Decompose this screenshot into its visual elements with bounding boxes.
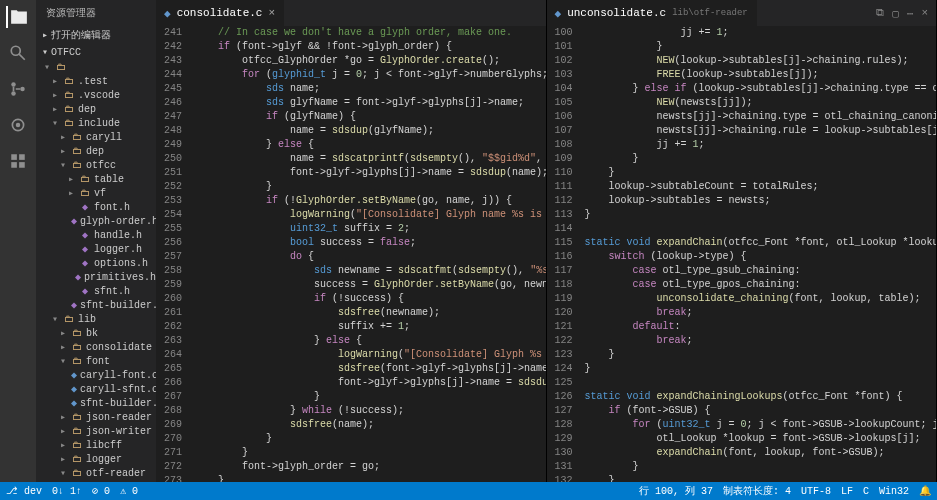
- folder-item[interactable]: ▸🗀.test: [36, 74, 156, 88]
- tabs-right: ◆ unconsolidate.c lib\otf-reader ⧉ ▢ ⋯ ×: [547, 0, 937, 26]
- svg-point-0: [11, 46, 20, 55]
- editor-pane-left: ◆ consolidate.c × 241 // In case we don'…: [156, 0, 547, 482]
- extensions-icon[interactable]: [7, 150, 29, 172]
- status-errors[interactable]: ⊘ 0: [92, 485, 110, 497]
- svg-rect-7: [11, 154, 17, 160]
- file-item[interactable]: ◆caryll-sfnt.c: [36, 382, 156, 396]
- status-warnings[interactable]: ⚠ 0: [120, 485, 138, 497]
- tabs-left: ◆ consolidate.c ×: [156, 0, 546, 26]
- folder-item[interactable]: ▾🗀otfcc: [36, 158, 156, 172]
- status-os[interactable]: Win32: [879, 486, 909, 497]
- sidebar: 资源管理器 ▸打开的编辑器 ▾OTFCC ▾🗀▸🗀.test▸🗀.vscode▸…: [36, 0, 156, 482]
- folder-item[interactable]: ▸🗀dep: [36, 144, 156, 158]
- folder-item[interactable]: ▾🗀font: [36, 354, 156, 368]
- code-editor-left[interactable]: 241 // In case we don't have a glyph ord…: [156, 26, 546, 482]
- editor-pane-right: ◆ unconsolidate.c lib\otf-reader ⧉ ▢ ⋯ ×…: [547, 0, 938, 482]
- folder-item[interactable]: ▸🗀vf: [36, 186, 156, 200]
- file-item[interactable]: ◆caryll-font.c: [36, 368, 156, 382]
- folder-item[interactable]: ▾🗀: [36, 60, 156, 74]
- status-bar: ⎇ dev 0↓ 1↑ ⊘ 0 ⚠ 0 行 100, 列 37 制表符长度: 4…: [0, 482, 937, 500]
- file-item[interactable]: ◆glyph-order.h: [36, 214, 156, 228]
- svg-point-6: [16, 123, 21, 128]
- status-lang[interactable]: C: [863, 486, 869, 497]
- status-bell[interactable]: 🔔: [919, 485, 931, 497]
- folder-item[interactable]: ▾🗀include: [36, 116, 156, 130]
- status-tab[interactable]: 制表符长度: 4: [723, 484, 791, 498]
- folder-item[interactable]: ▸🗀caryll: [36, 130, 156, 144]
- folder-item[interactable]: ▸🗀bk: [36, 326, 156, 340]
- file-item[interactable]: ◆font.h: [36, 200, 156, 214]
- folder-item[interactable]: ▸🗀logger: [36, 452, 156, 466]
- tab-unconsolidate[interactable]: ◆ unconsolidate.c lib\otf-reader: [547, 0, 757, 26]
- workspace-header[interactable]: ▾OTFCC: [36, 44, 156, 60]
- file-item[interactable]: ◆sfnt-builder.c: [36, 396, 156, 410]
- svg-rect-9: [11, 162, 17, 168]
- svg-point-3: [11, 91, 16, 96]
- search-icon[interactable]: [7, 42, 29, 64]
- sidebar-title: 资源管理器: [36, 0, 156, 26]
- folder-item[interactable]: ▸🗀.vscode: [36, 88, 156, 102]
- file-item[interactable]: ◆logger.h: [36, 242, 156, 256]
- source-control-icon[interactable]: [7, 78, 29, 100]
- svg-line-1: [19, 54, 25, 60]
- editor-group: ◆ consolidate.c × 241 // In case we don'…: [156, 0, 937, 482]
- close-icon[interactable]: ×: [268, 7, 275, 19]
- folder-item[interactable]: ▸🗀table: [36, 172, 156, 186]
- file-icon: ◆: [164, 7, 171, 20]
- status-sync[interactable]: 0↓ 1↑: [52, 486, 82, 497]
- file-tree[interactable]: ▾🗀▸🗀.test▸🗀.vscode▸🗀dep▾🗀include▸🗀caryll…: [36, 60, 156, 482]
- status-eol[interactable]: LF: [841, 486, 853, 497]
- folder-item[interactable]: ▾🗀otf-reader: [36, 466, 156, 480]
- maximize-icon[interactable]: ▢: [892, 7, 899, 20]
- debug-icon[interactable]: [7, 114, 29, 136]
- svg-point-4: [20, 87, 25, 92]
- file-item[interactable]: ◆options.h: [36, 256, 156, 270]
- svg-point-2: [11, 82, 16, 87]
- activity-bar: [0, 0, 36, 482]
- folder-item[interactable]: ▸🗀libcff: [36, 438, 156, 452]
- folder-item[interactable]: ▸🗀json-writer: [36, 424, 156, 438]
- file-item[interactable]: ◆primitives.h: [36, 270, 156, 284]
- explorer-icon[interactable]: [6, 6, 28, 28]
- status-branch[interactable]: ⎇ dev: [6, 485, 42, 497]
- tab-consolidate[interactable]: ◆ consolidate.c ×: [156, 0, 284, 26]
- svg-rect-10: [19, 162, 25, 168]
- folder-item[interactable]: ▸🗀consolidate: [36, 340, 156, 354]
- file-item[interactable]: ◆handle.h: [36, 228, 156, 242]
- open-editors-header[interactable]: ▸打开的编辑器: [36, 26, 156, 44]
- file-item[interactable]: ◆sfnt-builder.h: [36, 298, 156, 312]
- status-pos[interactable]: 行 100, 列 37: [639, 484, 713, 498]
- split-icon[interactable]: ⧉: [876, 7, 884, 19]
- code-editor-right[interactable]: 100 jj += 1;101 }102 NEW(lookup->subtabl…: [547, 26, 937, 482]
- close-pane-icon[interactable]: ×: [921, 7, 928, 19]
- folder-item[interactable]: ▸🗀json-reader: [36, 410, 156, 424]
- status-enc[interactable]: UTF-8: [801, 486, 831, 497]
- file-item[interactable]: ◆sfnt.h: [36, 284, 156, 298]
- svg-rect-8: [19, 154, 25, 160]
- more-icon[interactable]: ⋯: [907, 7, 914, 20]
- folder-item[interactable]: ▸🗀dep: [36, 102, 156, 116]
- file-icon: ◆: [555, 7, 562, 20]
- folder-item[interactable]: ▾🗀lib: [36, 312, 156, 326]
